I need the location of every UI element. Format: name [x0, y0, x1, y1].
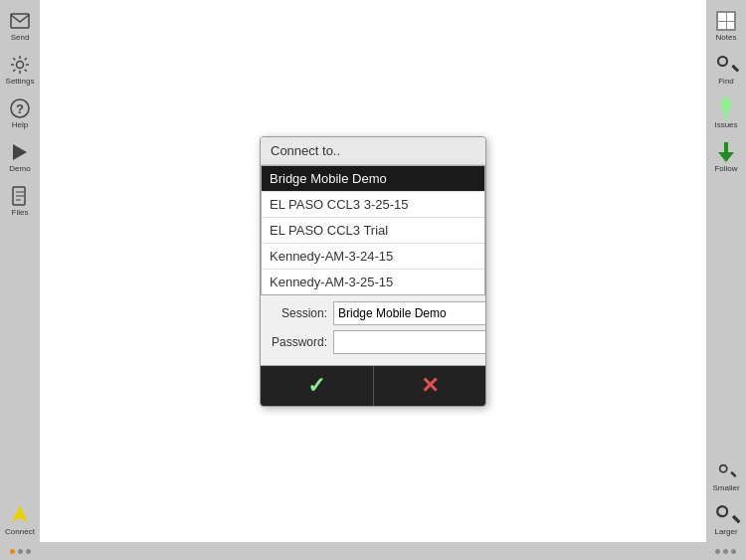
- list-item[interactable]: EL PASO CCL3 Trial: [262, 218, 484, 244]
- svg-marker-4: [13, 144, 27, 160]
- cancel-button[interactable]: ✕: [374, 366, 486, 406]
- confirm-button[interactable]: ✓: [261, 366, 374, 406]
- dot: [26, 549, 31, 554]
- dot: [723, 549, 728, 554]
- sidebar-item-notes[interactable]: Notes: [706, 4, 746, 48]
- connect-label: Connect: [5, 527, 35, 536]
- gear-icon: [9, 54, 31, 76]
- connect-icon: [9, 504, 31, 526]
- sidebar-item-find[interactable]: Find: [706, 48, 746, 92]
- svg-text:?: ?: [16, 101, 24, 116]
- smaller-label: Smaller: [712, 483, 739, 492]
- issues-label: Issues: [714, 120, 737, 129]
- larger-icon: [715, 504, 737, 526]
- password-label: Password:: [269, 335, 333, 349]
- password-row: Password:: [269, 330, 477, 354]
- sidebar-item-files[interactable]: Files: [0, 179, 40, 223]
- session-list: Bridge Mobile Demo EL PASO CCL3 3-25-15 …: [261, 165, 485, 295]
- dot: [715, 549, 720, 554]
- play-icon: [9, 141, 31, 163]
- main-content: Connect to.. Bridge Mobile Demo EL PASO …: [40, 0, 706, 542]
- larger-label: Larger: [714, 527, 737, 536]
- bottom-dots-left: [10, 549, 31, 554]
- list-item[interactable]: Kennedy-AM-3-25-15: [262, 270, 484, 294]
- sidebar-right: Notes Find Issues Follow: [706, 0, 746, 542]
- sidebar-item-larger[interactable]: Larger: [706, 498, 746, 542]
- svg-marker-9: [12, 505, 28, 522]
- bottom-bar: [0, 542, 746, 560]
- send-label: Send: [11, 33, 30, 42]
- find-icon: [715, 54, 737, 76]
- svg-rect-0: [11, 14, 29, 28]
- session-label: Session:: [269, 306, 333, 320]
- help-icon: ?: [9, 97, 31, 119]
- checkmark-icon: ✓: [307, 373, 325, 399]
- bottom-dots-right: [715, 549, 736, 554]
- dialog-overlay: Connect to.. Bridge Mobile Demo EL PASO …: [40, 0, 706, 542]
- help-label: Help: [12, 120, 28, 129]
- sidebar-item-help[interactable]: ? Help: [0, 92, 40, 135]
- svg-point-10: [721, 97, 731, 111]
- notes-icon: [715, 10, 737, 32]
- x-icon: ✕: [421, 373, 439, 399]
- dot: [731, 549, 736, 554]
- sidebar-item-connect[interactable]: Connect: [0, 498, 40, 542]
- dialog-fields: Session: Password:: [261, 295, 485, 365]
- dialog-buttons: ✓ ✕: [261, 365, 485, 406]
- svg-point-1: [17, 62, 24, 69]
- session-input[interactable]: [333, 301, 486, 325]
- sidebar-item-smaller[interactable]: Smaller: [706, 455, 746, 498]
- follow-label: Follow: [714, 164, 737, 173]
- password-input[interactable]: [333, 330, 486, 354]
- files-label: Files: [12, 208, 29, 217]
- svg-rect-11: [724, 110, 728, 115]
- session-row: Session:: [269, 301, 477, 325]
- list-item[interactable]: Bridge Mobile Demo: [262, 166, 484, 192]
- notes-label: Notes: [716, 33, 737, 42]
- demo-label: Demo: [9, 164, 30, 173]
- sidebar-left: Send Settings ? Help Demo: [0, 0, 40, 542]
- svg-rect-12: [724, 116, 728, 119]
- dialog-title: Connect to..: [261, 137, 485, 165]
- dot: [18, 549, 23, 554]
- smaller-icon: [715, 461, 737, 482]
- dot: [10, 549, 15, 554]
- follow-icon: [715, 141, 737, 163]
- files-icon: [9, 185, 31, 207]
- sidebar-item-send[interactable]: Send: [0, 4, 40, 48]
- sidebar-item-demo[interactable]: Demo: [0, 135, 40, 179]
- connect-dialog: Connect to.. Bridge Mobile Demo EL PASO …: [260, 136, 486, 407]
- sidebar-item-issues[interactable]: Issues: [706, 92, 746, 135]
- issues-icon: [715, 97, 737, 119]
- sidebar-item-follow[interactable]: Follow: [706, 135, 746, 179]
- list-item[interactable]: Kennedy-AM-3-24-15: [262, 244, 484, 270]
- find-label: Find: [718, 77, 734, 86]
- envelope-icon: [9, 10, 31, 32]
- sidebar-item-settings[interactable]: Settings: [0, 48, 40, 92]
- settings-label: Settings: [6, 77, 35, 86]
- list-item[interactable]: EL PASO CCL3 3-25-15: [262, 192, 484, 218]
